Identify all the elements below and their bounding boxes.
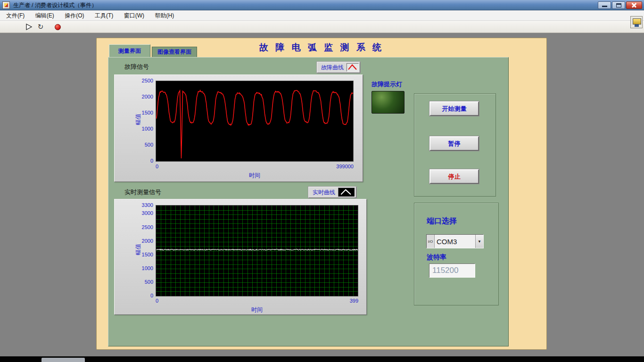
taskbar-item[interactable]	[41, 358, 85, 362]
labview-panel-corner-icon	[630, 16, 643, 28]
window-controls	[598, 1, 642, 9]
y-tick-label: 2500	[142, 224, 153, 230]
fault-chart-x-min: 0	[156, 164, 158, 169]
y-tick-label: 500	[145, 142, 153, 148]
window-title: 生产者 / 消费者设计模式（事件）	[13, 0, 97, 10]
run-button[interactable]	[25, 22, 34, 32]
fault-signal-label: 故障信号	[124, 63, 149, 71]
menu-item-window[interactable]: 窗口(W)	[120, 10, 149, 21]
maximize-icon	[616, 3, 621, 8]
menu-item-edit[interactable]: 编辑(E)	[31, 10, 58, 21]
y-tick-label: 2500	[142, 78, 153, 83]
combo-dropdown-button[interactable]: ▼	[475, 235, 483, 248]
y-tick-label: 500	[145, 279, 153, 285]
chevron-down-icon: ▼	[478, 239, 481, 244]
port-combo-value: COM3	[435, 235, 475, 248]
menu-item-tools[interactable]: 工具(T)	[91, 10, 117, 21]
fault-chart-x-max: 399000	[336, 164, 354, 169]
run-continuous-button[interactable]: ↻	[36, 22, 45, 32]
menu-item-help[interactable]: 帮助(H)	[151, 10, 179, 21]
y-tick-label: 0	[150, 158, 153, 164]
abort-icon	[55, 24, 61, 30]
pause-button[interactable]: 暂停	[429, 136, 479, 151]
taskbar-strip	[0, 356, 644, 362]
realtime-legend-label: 实时曲线	[310, 189, 338, 197]
fault-legend-line-icon	[347, 63, 359, 72]
y-tick-label: 1000	[142, 126, 153, 132]
realtime-chart-x-min: 0	[156, 298, 158, 304]
fault-indicator-led	[372, 91, 405, 114]
start-measure-button[interactable]: 开始测量	[429, 101, 479, 116]
stop-button[interactable]: 停止	[429, 169, 479, 184]
control-buttons-groupbox: 开始测量 暂停 停止	[414, 93, 496, 197]
fault-chart-xticks: 0 399000	[156, 164, 354, 169]
y-tick-label: 1500	[142, 110, 153, 115]
y-tick-label: 1500	[142, 252, 153, 257]
port-groupbox: 端口选择 I/O COM3 ▼ 波特率 115200	[414, 203, 499, 305]
fault-chart-yticks: 25002000150010005000	[132, 81, 154, 161]
minimize-icon	[602, 6, 607, 7]
fault-chart-canvas	[156, 81, 354, 162]
realtime-chart-yticks: 3300300025002000150010005000	[132, 205, 154, 296]
fault-led-label: 故障提示灯	[372, 80, 402, 89]
fault-chart-x-axis-label: 时间	[156, 172, 354, 180]
run-icon	[25, 23, 33, 31]
front-panel-background: 故 障 电 弧 监 测 系 统 测量界面 图像查看界面 故障信号 故障曲线 幅值…	[0, 33, 644, 356]
fault-chart-widget: 幅值 25002000150010005000 0 399000 时间	[114, 74, 363, 182]
close-icon	[627, 2, 642, 8]
tab-measurement[interactable]: 测量界面	[109, 44, 150, 57]
y-tick-label: 3300	[142, 202, 153, 208]
port-combo[interactable]: I/O COM3 ▼	[426, 234, 484, 248]
realtime-chart-x-max: 399	[350, 298, 358, 304]
realtime-chart-xticks: 0 399	[156, 298, 358, 304]
baud-rate-label: 波特率	[427, 253, 446, 262]
screen: 生产者 / 消费者设计模式（事件） 文件(F) 编辑(E) 操作(O) 工具(T…	[0, 0, 644, 362]
menubar: 文件(F) 编辑(E) 操作(O) 工具(T) 窗口(W) 帮助(H)	[0, 10, 644, 21]
y-tick-label: 1000	[142, 265, 153, 271]
realtime-legend-line-icon	[338, 188, 355, 197]
y-tick-label: 2000	[142, 238, 153, 244]
y-tick-label: 3000	[142, 210, 153, 216]
realtime-plot-legend[interactable]: 实时曲线	[308, 187, 356, 198]
realtime-chart-x-axis-label: 时间	[156, 306, 358, 314]
realtime-chart-canvas	[156, 205, 358, 296]
main-decoration-panel: 故 障 电 弧 监 测 系 统 测量界面 图像查看界面 故障信号 故障曲线 幅值…	[96, 38, 547, 350]
titlebar: 生产者 / 消费者设计模式（事件）	[0, 0, 644, 10]
close-button[interactable]	[626, 1, 642, 9]
tab-image-view[interactable]: 图像查看界面	[152, 47, 197, 57]
run-continuous-icon: ↻	[38, 22, 44, 32]
realtime-signal-label: 实时测量信号	[124, 188, 161, 197]
fault-legend-label: 故障曲线	[318, 64, 347, 72]
minimize-button[interactable]	[598, 1, 611, 9]
tab-page-panel: 故障信号 故障曲线 幅值 25002000150010005000 0 3990…	[108, 57, 509, 346]
port-select-label: 端口选择	[427, 216, 457, 226]
labview-app-icon	[2, 1, 10, 9]
visa-io-icon: I/O	[427, 235, 435, 248]
menu-item-file[interactable]: 文件(F)	[2, 10, 29, 21]
fault-plot-legend[interactable]: 故障曲线	[317, 62, 360, 73]
menu-item-operate[interactable]: 操作(O)	[60, 10, 88, 21]
y-tick-label: 0	[150, 293, 153, 298]
y-tick-label: 2000	[142, 94, 153, 99]
toolbar: ↻	[0, 21, 644, 33]
realtime-chart-widget: 幅值 3300300025002000150010005000 0 399 时间	[114, 199, 367, 315]
baud-rate-value: 115200	[429, 263, 475, 278]
tab-bar: 测量界面 图像查看界面	[109, 44, 197, 57]
abort-button[interactable]	[53, 22, 62, 32]
maximize-button[interactable]	[612, 1, 625, 9]
